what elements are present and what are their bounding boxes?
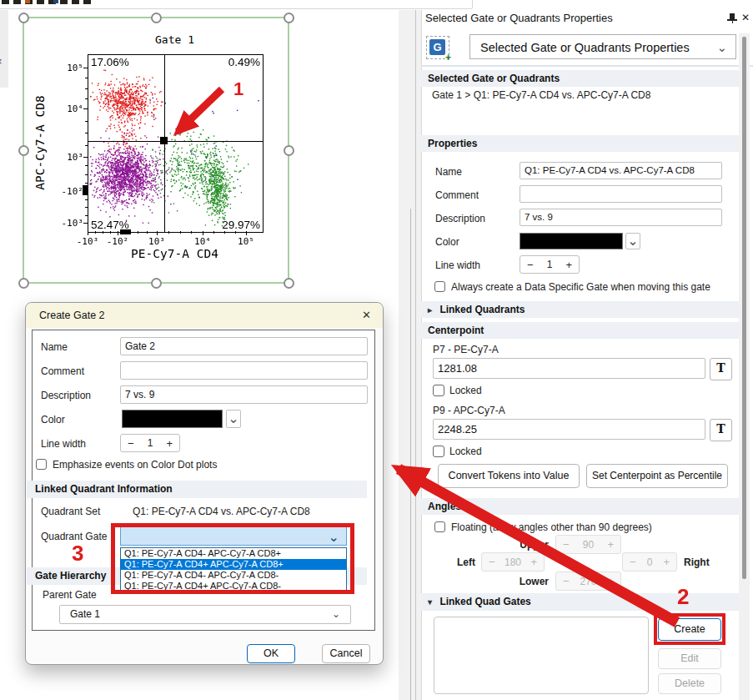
p9-locked-checkbox[interactable]: [433, 446, 444, 457]
panel-scrollbar-thumb[interactable]: [742, 37, 746, 579]
description-field[interactable]: 7 vs. 9: [520, 209, 722, 226]
ok-button[interactable]: OK: [247, 644, 295, 663]
x-tick-label: 10⁵: [228, 236, 264, 247]
selection-handle[interactable]: [18, 13, 29, 23]
axis-tick: [85, 199, 88, 200]
plus-icon[interactable]: +: [166, 437, 173, 450]
floating-checkbox[interactable]: [434, 521, 445, 532]
y-axis-scale-marker[interactable]: [83, 185, 88, 195]
right-angle-label: Right: [684, 556, 710, 568]
plot-y-axis-label: APC-Cy7-A CD8: [33, 84, 47, 201]
upper-angle-stepper: − 90 +: [555, 535, 621, 554]
section-centerpoint: Centerpoint: [421, 322, 739, 339]
splitter-line: [415, 10, 416, 700]
expanded-arrow-icon[interactable]: ▾: [428, 597, 432, 607]
always-create-label: Always create a Data Specific Gate when …: [451, 281, 710, 293]
section-linked-quadrants[interactable]: ▸ Linked Quadrants: [421, 301, 739, 318]
app-screen: × Gate 1 APC-Cy7-A CD8 17.06% 0.49% 52.4…: [0, 0, 753, 700]
panel-selector-dropdown[interactable]: Selected Gate or Quadrants Properties ⌄: [469, 34, 736, 59]
name-label: Name: [435, 166, 462, 178]
y-tick-label: -10²: [55, 186, 83, 197]
dialog-line-width-stepper[interactable]: − 1 +: [120, 434, 180, 452]
quadrant-centerpoint-handle[interactable]: [160, 137, 168, 144]
panel-selector-value: Selected Gate or Quadrants Properties: [480, 41, 690, 54]
dialog-description-field[interactable]: 7 vs. 9: [120, 385, 368, 404]
x-axis-scale-marker[interactable]: [120, 229, 131, 234]
axis-tick: [85, 78, 88, 78]
description-label: Description: [41, 390, 91, 401]
p7-token-button[interactable]: T: [710, 358, 732, 380]
selection-handle[interactable]: [18, 145, 29, 156]
left-angle-stepper: − 180 +: [481, 552, 545, 572]
section-linked-quad-gates[interactable]: ▾ Linked Quad Gates: [421, 593, 739, 611]
axis-tick: [85, 183, 88, 184]
selection-handle[interactable]: [18, 278, 29, 289]
axis-tick: [85, 174, 88, 175]
p7-locked-checkbox[interactable]: [433, 385, 444, 396]
minus-icon[interactable]: −: [128, 437, 134, 450]
y-tick-label: 10³: [55, 152, 83, 163]
name-field[interactable]: Q1: PE-Cy7-A CD4 vs. APC-Cy7-A CD8: [520, 162, 722, 179]
p9-label: P9 - APC-Cy7-A: [433, 405, 505, 416]
set-centerpoint-percentile-button[interactable]: Set Centerpoint as Percentile: [586, 464, 728, 488]
convert-tokens-button[interactable]: Convert Tokens into Value: [438, 464, 580, 488]
selection-handle[interactable]: [284, 145, 294, 156]
annotation-box-quadrant-gate: [111, 523, 354, 594]
minus-icon: −: [630, 556, 636, 568]
selection-handle[interactable]: [151, 13, 162, 23]
axis-tick: [138, 231, 138, 234]
quadrant-horizontal-line[interactable]: [88, 141, 263, 142]
plus-icon: +: [607, 538, 614, 551]
p9-token-button[interactable]: T: [710, 419, 732, 441]
selection-handle[interactable]: [284, 13, 294, 23]
breadcrumb[interactable]: Gate 1 > Q1: PE-Cy7-A CD4 vs. APC-Cy7-A …: [432, 89, 650, 101]
axis-tick: [128, 231, 128, 234]
parent-gate-value: Gate 1: [70, 608, 100, 620]
axis-tick: [83, 157, 88, 158]
annotation-number-1: 1: [233, 78, 243, 100]
annotation-number-2: 2: [677, 584, 689, 610]
emphasize-label: Emphasize events on Color Dot plots: [53, 459, 217, 471]
comment-field[interactable]: [520, 185, 722, 203]
linked-quad-gates-list[interactable]: [434, 617, 649, 694]
dialog-title: Create Gate 2: [26, 303, 383, 328]
line-width-value: 1: [547, 259, 553, 270]
line-width-stepper[interactable]: − 1 +: [520, 255, 580, 274]
color-dropdown-button[interactable]: ⌄: [625, 233, 640, 249]
selection-handle[interactable]: [284, 278, 294, 289]
edit-button[interactable]: Edit: [658, 648, 721, 669]
dialog-color-dropdown-button[interactable]: ⌄: [226, 410, 241, 428]
p7-value-field[interactable]: 1281.08: [433, 358, 705, 379]
axis-tick: [85, 207, 88, 208]
selection-handle[interactable]: [151, 278, 162, 289]
plus-icon[interactable]: +: [565, 259, 572, 271]
delete-button[interactable]: Delete: [658, 673, 721, 694]
dialog-name-field[interactable]: Gate 2: [120, 337, 368, 355]
collapsed-arrow-icon[interactable]: ▸: [428, 305, 432, 315]
panel-title: Selected Gate or Quadrants Properties: [425, 12, 613, 24]
parent-gate-dropdown[interactable]: Gate 1 ⌄: [59, 605, 351, 624]
gate-icon: G: [429, 39, 445, 55]
dialog-close-icon[interactable]: ✕: [362, 303, 371, 328]
axis-tick: [83, 223, 88, 224]
minus-icon: −: [563, 538, 570, 551]
panel-close-icon[interactable]: ✕: [741, 12, 750, 23]
color-swatch[interactable]: [520, 233, 623, 249]
plus-icon: +: [607, 575, 614, 587]
lower-angle-value: 270: [580, 576, 596, 587]
emphasize-checkbox[interactable]: [36, 459, 47, 470]
pin-icon[interactable]: [727, 13, 737, 23]
always-create-checkbox[interactable]: [434, 281, 445, 292]
window-edge: [0, 8, 472, 9]
splitter-line: [410, 209, 411, 700]
p9-value-field[interactable]: 2248.25: [433, 419, 705, 440]
axis-tick: [191, 231, 192, 234]
color-label: Color: [435, 236, 459, 248]
dialog-color-swatch[interactable]: [122, 410, 223, 428]
minus-icon[interactable]: −: [527, 259, 534, 271]
y-tick-label: -10³: [55, 218, 83, 229]
section-linked-quadrant-info: Linked Quadrant Information: [27, 481, 367, 498]
cancel-button[interactable]: Cancel: [322, 644, 370, 663]
dialog-comment-field[interactable]: [120, 361, 368, 380]
parent-gate-label: Parent Gate: [43, 589, 97, 601]
